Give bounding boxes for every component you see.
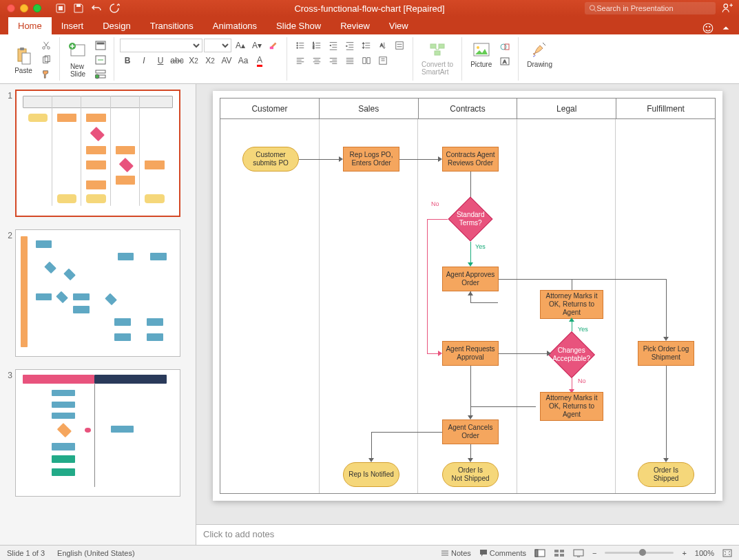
minimize-window-icon[interactable] <box>20 4 28 12</box>
search-input[interactable] <box>596 4 711 12</box>
shape-process[interactable]: Attorney Marks it OK, Returns to Agent <box>540 290 603 319</box>
zoom-slider[interactable] <box>605 552 674 554</box>
redo-icon[interactable] <box>109 3 120 14</box>
normal-view-button[interactable] <box>534 549 545 557</box>
drawing-button[interactable]: Drawing <box>524 39 555 70</box>
fit-window-button[interactable] <box>722 549 732 557</box>
shape-terminator[interactable]: Order Is Not Shipped <box>442 462 499 487</box>
swimlane-headers: Customer Sales Contracts Legal Fulfillme… <box>220 98 715 119</box>
columns-button[interactable] <box>359 54 374 68</box>
increase-font-button[interactable]: A▴ <box>233 39 248 52</box>
reset-button[interactable] <box>93 53 108 67</box>
font-size-select[interactable] <box>204 39 231 52</box>
tab-transitions[interactable]: Transitions <box>140 17 203 34</box>
tab-view[interactable]: View <box>379 17 418 34</box>
new-slide-button[interactable]: New Slide <box>65 41 90 79</box>
tab-animations[interactable]: Animations <box>203 17 267 34</box>
textbox-button[interactable]: A <box>497 54 512 68</box>
increase-indent-button[interactable] <box>342 39 357 52</box>
layout-button[interactable] <box>93 39 108 52</box>
search-box[interactable] <box>585 2 716 14</box>
tab-design[interactable]: Design <box>93 17 140 34</box>
thumbnail-item[interactable]: 1 <box>3 90 193 217</box>
shape-terminator[interactable]: Order Is Shipped <box>638 462 694 487</box>
underline-button[interactable]: U <box>153 54 168 68</box>
svg-point-6 <box>706 26 707 27</box>
share-icon[interactable] <box>721 2 733 14</box>
svg-rect-49 <box>723 550 731 557</box>
collapse-ribbon-icon[interactable] <box>721 23 731 33</box>
numbering-button[interactable]: 123 <box>309 39 324 52</box>
align-right-button[interactable] <box>326 54 341 68</box>
slide-thumbnail-2[interactable] <box>15 229 180 357</box>
bold-button[interactable]: B <box>120 54 135 68</box>
superscript-button[interactable]: X2 <box>186 54 201 68</box>
tab-review[interactable]: Review <box>331 17 379 34</box>
save-icon[interactable] <box>73 3 84 14</box>
slide-thumbnail-3[interactable] <box>15 369 180 497</box>
slide-thumbnail-1[interactable] <box>15 90 180 217</box>
zoom-out-button[interactable]: − <box>592 549 596 557</box>
zoom-in-button[interactable]: + <box>682 549 686 557</box>
bullets-button[interactable] <box>293 39 308 52</box>
paste-button[interactable]: Paste <box>11 45 36 76</box>
language-indicator[interactable]: English (United States) <box>57 549 135 557</box>
line-spacing-button[interactable] <box>359 39 374 52</box>
feedback-icon[interactable] <box>702 22 714 34</box>
slideshow-view-button[interactable] <box>573 549 584 557</box>
tab-slideshow[interactable]: Slide Show <box>267 17 331 34</box>
strikethrough-button[interactable]: abc <box>169 54 185 68</box>
char-spacing-button[interactable]: AV <box>219 54 234 68</box>
thumbnail-item[interactable]: 2 <box>3 229 193 357</box>
align-left-button[interactable] <box>293 54 308 68</box>
sorter-view-button[interactable] <box>554 549 565 557</box>
notes-input[interactable]: Click to add notes <box>196 524 739 545</box>
shape-terminator[interactable]: Rep Is Notified <box>343 462 399 487</box>
shape-process[interactable]: Agent Cancels Order <box>442 419 499 444</box>
shape-process[interactable]: Agent Approves Order <box>442 267 499 291</box>
text-align-v-button[interactable] <box>375 54 391 68</box>
picture-button[interactable]: Picture <box>468 39 495 70</box>
font-name-select[interactable] <box>120 39 202 52</box>
shape-terminator[interactable]: Customer submits PO <box>242 147 299 172</box>
justify-button[interactable] <box>342 54 357 68</box>
home-qat-icon[interactable] <box>55 3 66 14</box>
tab-insert[interactable]: Insert <box>52 17 94 34</box>
close-window-icon[interactable] <box>7 4 15 12</box>
svg-point-22 <box>95 74 99 79</box>
notes-toggle[interactable]: Notes <box>441 549 471 557</box>
convert-smartart-button[interactable]: Convert to SmartArt <box>419 39 456 77</box>
ribbon-group-smartart: Convert to SmartArt <box>413 37 462 81</box>
align-text-button[interactable] <box>392 39 407 52</box>
svg-text:A: A <box>503 59 507 65</box>
shape-process[interactable]: Attorney Marks it OK, Returns to Agent <box>540 392 603 421</box>
slide-canvas[interactable]: Customer Sales Contracts Legal Fulfillme… <box>213 91 722 501</box>
subscript-button[interactable]: X2 <box>202 54 218 68</box>
svg-text:3: 3 <box>313 46 315 50</box>
decrease-font-button[interactable]: A▾ <box>249 39 264 52</box>
format-painter-button[interactable] <box>39 68 54 81</box>
decrease-indent-button[interactable] <box>326 39 341 52</box>
thumbnail-item[interactable]: 3 <box>3 369 193 497</box>
undo-icon[interactable] <box>91 3 102 14</box>
slide-area[interactable]: Customer Sales Contracts Legal Fulfillme… <box>196 84 739 524</box>
cut-button[interactable] <box>39 39 54 52</box>
clear-format-button[interactable] <box>266 39 281 52</box>
shape-process[interactable]: Contracts Agent Reviews Order <box>442 147 499 172</box>
maximize-window-icon[interactable] <box>33 4 41 12</box>
tab-home[interactable]: Home <box>8 17 52 34</box>
thumbnail-pane[interactable]: 1 <box>0 84 196 545</box>
shape-process[interactable]: Rep Logs PO, Enters Order <box>343 147 399 172</box>
text-direction-button[interactable]: A <box>375 39 391 52</box>
shapes-button[interactable] <box>497 40 512 54</box>
comments-toggle[interactable]: Comments <box>479 549 526 557</box>
align-center-button[interactable] <box>309 54 324 68</box>
font-color-button[interactable]: A <box>252 54 267 68</box>
shape-process[interactable]: Agent Requests Approval <box>442 341 499 366</box>
change-case-button[interactable]: Aa <box>236 54 251 68</box>
shape-process[interactable]: Pick Order Log Shipment <box>638 341 694 366</box>
copy-button[interactable] <box>39 53 54 67</box>
section-button[interactable] <box>93 68 108 81</box>
italic-button[interactable]: I <box>136 54 152 68</box>
zoom-level[interactable]: 100% <box>695 549 714 557</box>
